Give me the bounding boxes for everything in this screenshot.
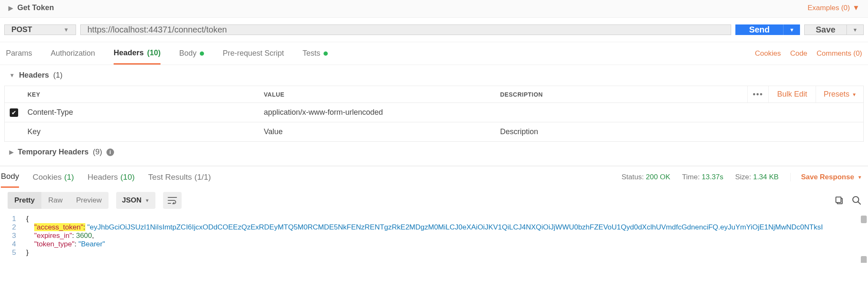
wrap-lines-button[interactable] (163, 192, 182, 209)
new-value-input[interactable]: Value (260, 127, 496, 136)
svg-line-3 (858, 202, 861, 205)
request-links: Cookies Code Comments (0) (755, 49, 862, 58)
format-select[interactable]: JSON ▼ (116, 192, 155, 209)
tab-tests[interactable]: Tests (302, 42, 328, 65)
request-row: POST ▼ https://localhost:44371/connect/t… (0, 18, 868, 42)
send-dropdown[interactable]: ▼ (783, 24, 800, 35)
request-title-bar: ▶ Get Token Examples (0) ▼ (0, 0, 868, 18)
size-value[interactable]: 1.34 KB (753, 173, 779, 181)
request-tabs-row: Params Authorization Headers (10) Body P… (0, 42, 868, 65)
caret-down-icon: ▼ (857, 175, 862, 180)
url-value: https://localhost:44371/connect/token (87, 25, 227, 35)
response-tabs-row: Body Cookies(1) Headers(10) Test Results… (0, 166, 868, 188)
caret-down-icon: ▼ (145, 198, 150, 203)
checkbox-checked-icon[interactable]: ✔ (10, 108, 18, 117)
headers-title: Headers (19, 71, 49, 80)
save-dropdown[interactable]: ▼ (847, 24, 864, 35)
cell-value[interactable]: application/x-www-form-urlencoded (260, 108, 496, 117)
caret-down-icon: ▼ (63, 27, 69, 33)
tab-body[interactable]: Body (179, 42, 204, 65)
tab-prerequest[interactable]: Pre-request Script (223, 42, 284, 65)
svg-rect-1 (836, 197, 841, 202)
search-icon[interactable] (852, 196, 861, 205)
bulk-edit-link[interactable]: Bulk Edit (777, 90, 807, 99)
link-cookies[interactable]: Cookies (755, 49, 781, 58)
status-value[interactable]: 200 OK (646, 173, 670, 181)
examples-label: Examples (0) (808, 4, 850, 12)
table-header: KEY VALUE DESCRIPTION ••• Bulk Edit Pres… (5, 86, 863, 103)
request-title[interactable]: ▶ Get Token (8, 3, 54, 12)
caret-down-icon: ▼ (852, 92, 857, 97)
examples-dropdown[interactable]: Examples (0) ▼ (808, 4, 860, 12)
scrollbar-thumb[interactable] (861, 256, 867, 263)
response-body-code[interactable]: 1{ 2 "access_token": "eyJhbGciOiJSUzI1Ni… (0, 212, 868, 263)
response-meta: Status: 200 OK Time: 13.37s Size: 1.34 K… (621, 173, 862, 181)
table-row-new[interactable]: Key Value Description (5, 122, 863, 142)
col-key: KEY (23, 91, 260, 98)
save-button[interactable]: Save (804, 24, 847, 35)
temp-headers-title: Temporary Headers (18, 148, 89, 157)
dot-icon (324, 51, 328, 56)
presets-dropdown[interactable]: Presets ▼ (816, 86, 857, 103)
resp-tab-tests[interactable]: Test Results(1/1) (148, 166, 211, 188)
resp-tab-headers[interactable]: Headers(10) (87, 166, 135, 188)
link-comments[interactable]: Comments (0) (816, 49, 862, 58)
status-label: Status: (621, 173, 644, 181)
view-preview[interactable]: Preview (69, 192, 108, 209)
save-response-dropdown[interactable]: Save Response ▼ (790, 173, 862, 181)
tab-authorization[interactable]: Authorization (51, 42, 95, 65)
cell-key[interactable]: Content-Type (23, 108, 260, 117)
caret-right-icon: ▶ (8, 5, 13, 11)
headers-table: KEY VALUE DESCRIPTION ••• Bulk Edit Pres… (4, 86, 864, 142)
caret-right-icon: ▶ (9, 149, 14, 155)
method-value: POST (11, 25, 32, 34)
headers-count: (10) (147, 49, 161, 57)
view-mode-segment: Pretty Raw Preview (8, 192, 109, 209)
dot-icon (200, 51, 204, 56)
caret-down-icon: ▼ (9, 72, 15, 78)
view-pretty[interactable]: Pretty (8, 192, 41, 209)
url-input[interactable]: https://localhost:44371/connect/token (80, 24, 731, 35)
size-label: Size: (735, 173, 751, 181)
time-value[interactable]: 13.37s (702, 173, 723, 181)
tab-params[interactable]: Params (6, 42, 32, 65)
new-description-input[interactable]: Description (496, 127, 745, 136)
caret-down-icon: ▼ (852, 4, 860, 12)
col-value: VALUE (260, 91, 496, 98)
link-code[interactable]: Code (790, 49, 808, 58)
temporary-headers-header[interactable]: ▶ Temporary Headers (9) i (0, 142, 868, 166)
headers-user-count: (1) (53, 71, 63, 80)
time-label: Time: (682, 173, 700, 181)
table-row[interactable]: ✔ Content-Type application/x-www-form-ur… (5, 103, 863, 122)
col-description: DESCRIPTION (496, 91, 745, 98)
scrollbar-thumb[interactable] (861, 216, 867, 223)
send-button[interactable]: Send (735, 24, 783, 35)
copy-icon[interactable] (835, 196, 844, 205)
view-raw[interactable]: Raw (41, 192, 69, 209)
info-icon[interactable]: i (106, 148, 114, 156)
response-body-toolbar: Pretty Raw Preview JSON ▼ (0, 188, 868, 212)
caret-down-icon: ▼ (853, 27, 858, 33)
resp-tab-cookies[interactable]: Cookies(1) (33, 166, 74, 188)
resp-tab-body[interactable]: Body (1, 166, 19, 188)
caret-down-icon: ▼ (789, 27, 795, 33)
method-select[interactable]: POST ▼ (4, 24, 76, 35)
temp-headers-count: (9) (93, 148, 102, 157)
headers-section-header[interactable]: ▼ Headers (1) (0, 65, 868, 86)
more-icon[interactable]: ••• (747, 86, 769, 103)
request-name: Get Token (17, 3, 54, 12)
tab-headers[interactable]: Headers (10) (114, 42, 161, 65)
wrap-icon (168, 197, 177, 204)
new-key-input[interactable]: Key (23, 127, 260, 136)
